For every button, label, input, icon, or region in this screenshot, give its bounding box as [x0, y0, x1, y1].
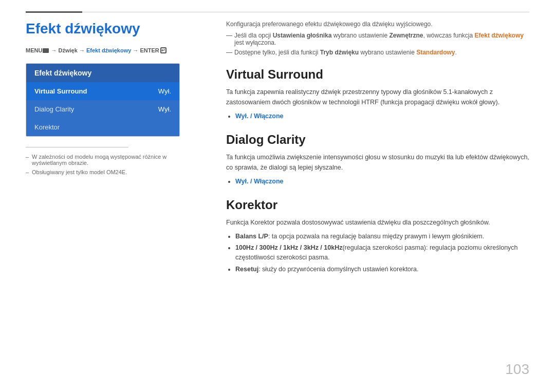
section-title-korektor: Korektor [226, 198, 529, 212]
list-item: 100Hz / 300Hz / 1kHz / 3kHz / 10kHz(regu… [235, 243, 529, 263]
menu-item-korektor[interactable]: Korektor [26, 118, 179, 136]
bullet-note-1: Jeśli dla opcji Ustawienia głośnika wybr… [226, 32, 529, 46]
menu-box: Efekt dźwiękowy Virtual Surround Wył. Di… [26, 63, 180, 137]
dialog-clarity-bullets: Wył. / Włączone [235, 177, 529, 186]
menu-path: MENU → Dźwięk → Efekt dźwiękowy → ENTER↵ [26, 47, 200, 54]
footnote-2: Obsługiwany jest tylko model OM24E. [26, 169, 200, 175]
menu-item-value: Wył. [158, 105, 171, 113]
menu-item-label: Dialog Clarity [34, 105, 74, 113]
section-title-dialog-clarity: Dialog Clarity [226, 133, 529, 147]
top-decorative-lines [26, 11, 529, 13]
menu-item-dialog-clarity[interactable]: Dialog Clarity Wył. [26, 100, 179, 118]
menu-box-header: Efekt dźwiękowy [26, 64, 179, 82]
section-title-virtual-surround: Virtual Surround [226, 67, 529, 82]
menu-item-label: Korektor [34, 123, 60, 131]
virtual-surround-bullets: Wył. / Włączone [235, 111, 529, 121]
section-desc-virtual-surround: Ta funkcja zapewnia realistyczny dźwięk … [226, 87, 529, 107]
list-item: Wył. / Włączone [235, 177, 529, 186]
top-note: Konfiguracja preferowanego efektu dźwięk… [226, 21, 529, 28]
footnote-1: W zależności od modelu mogą występować r… [26, 154, 200, 166]
divider [26, 147, 128, 147]
list-item: Resetuj: służy do przywrócenia domyślnyc… [235, 265, 529, 274]
menu-icon: MENU [26, 47, 49, 53]
section-desc-korektor: Funkcja Korektor pozwala dostosowywać us… [226, 217, 529, 228]
list-item: Balans L/P: ta opcja pozwala na regulacj… [235, 232, 529, 241]
bullet-note-2: Dostępne tylko, jeśli dla funkcji Tryb d… [226, 49, 529, 56]
menu-item-label: Virtual Surround [34, 87, 87, 95]
menu-item-virtual-surround[interactable]: Virtual Surround Wył. [26, 82, 179, 100]
korektor-bullets: Balans L/P: ta opcja pozwala na regulacj… [235, 232, 529, 274]
section-desc-dialog-clarity: Ta funkcja umożliwia zwiększenie intensy… [226, 152, 529, 173]
page-number: 103 [505, 361, 529, 378]
right-column: Konfiguracja preferowanego efektu dźwięk… [226, 21, 529, 371]
page-title: Efekt dźwiękowy [26, 21, 200, 37]
list-item: Wył. / Włączone [235, 111, 529, 121]
menu-item-value: Wył. [158, 87, 171, 95]
left-column: Efekt dźwiękowy MENU → Dźwięk → Efekt dź… [26, 21, 200, 371]
footnotes: W zależności od modelu mogą występować r… [26, 154, 200, 175]
